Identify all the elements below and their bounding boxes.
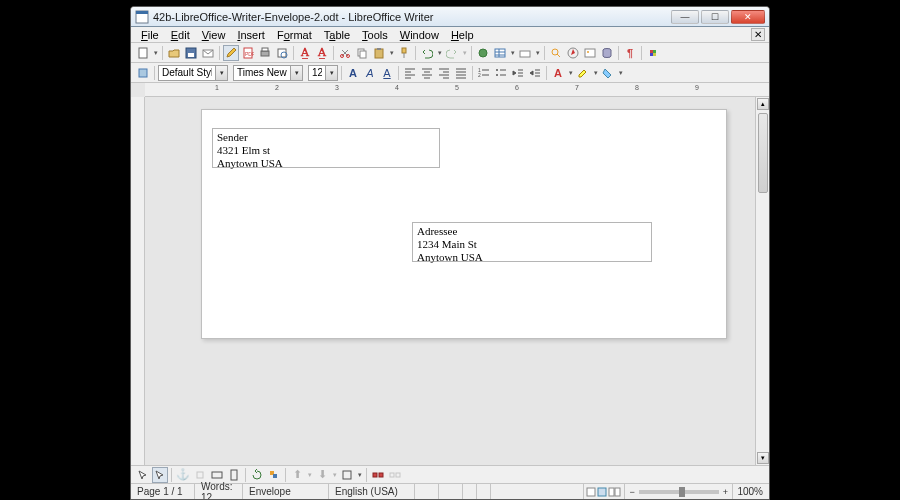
menu-file[interactable]: File xyxy=(135,29,165,41)
font-size-input[interactable] xyxy=(309,66,325,80)
gallery-button[interactable] xyxy=(582,45,598,61)
find-button[interactable] xyxy=(548,45,564,61)
align-left-button[interactable] xyxy=(402,65,418,81)
zoom-handle[interactable] xyxy=(679,487,685,497)
highlight-button[interactable] xyxy=(575,65,591,81)
menu-window[interactable]: Window xyxy=(394,29,445,41)
spellcheck-button[interactable]: A̲ xyxy=(297,45,313,61)
status-language[interactable]: English (USA) xyxy=(329,484,415,499)
font-name-dropdown[interactable]: ▾ xyxy=(290,66,302,80)
undo-dropdown[interactable]: ▾ xyxy=(436,49,443,57)
font-name-combo[interactable]: ▾ xyxy=(233,65,303,81)
status-page[interactable]: Page 1 / 1 xyxy=(131,484,195,499)
show-draw-dropdown[interactable]: ▾ xyxy=(534,49,541,57)
status-zoom-value[interactable]: 100% xyxy=(733,484,769,499)
print-button[interactable] xyxy=(257,45,273,61)
to-background-button[interactable]: ⬇ xyxy=(314,467,330,483)
borders-button[interactable] xyxy=(339,467,355,483)
document-canvas[interactable]: Sender 4321 Elm st Anytown USA Adressee … xyxy=(145,97,755,465)
menu-format[interactable]: Format xyxy=(271,29,318,41)
close-document-button[interactable]: ✕ xyxy=(751,28,765,41)
show-draw-button[interactable] xyxy=(517,45,533,61)
menu-help[interactable]: Help xyxy=(445,29,480,41)
menu-insert[interactable]: Insert xyxy=(231,29,271,41)
italic-button[interactable]: A xyxy=(362,65,378,81)
status-selection-mode[interactable] xyxy=(439,484,463,499)
align-objects-button[interactable] xyxy=(266,467,282,483)
nonprinting-chars-button[interactable]: ¶ xyxy=(622,45,638,61)
email-button[interactable] xyxy=(200,45,216,61)
vertical-scrollbar[interactable]: ▴ ▾ xyxy=(755,97,769,465)
background-dropdown[interactable]: ▾ xyxy=(617,69,624,77)
status-words[interactable]: Words: 12 xyxy=(195,484,243,499)
scroll-thumb[interactable] xyxy=(758,113,768,193)
background-color-button[interactable] xyxy=(600,65,616,81)
paragraph-style-combo[interactable]: ▾ xyxy=(158,65,228,81)
status-insert-mode[interactable] xyxy=(415,484,439,499)
data-sources-button[interactable] xyxy=(599,45,615,61)
decrease-indent-button[interactable] xyxy=(510,65,526,81)
align-right-button[interactable] xyxy=(436,65,452,81)
vertical-ruler[interactable] xyxy=(131,97,145,465)
fg-dropdown[interactable]: ▾ xyxy=(306,471,313,479)
menu-tools[interactable]: Tools xyxy=(356,29,394,41)
close-button[interactable]: ✕ xyxy=(731,10,765,24)
navigator-button[interactable] xyxy=(565,45,581,61)
select-tool2-button[interactable] xyxy=(152,467,168,483)
new-button[interactable] xyxy=(135,45,151,61)
styles-button[interactable] xyxy=(135,65,151,81)
status-modified[interactable] xyxy=(463,484,477,499)
maximize-button[interactable]: ☐ xyxy=(701,10,729,24)
increase-indent-button[interactable] xyxy=(527,65,543,81)
help-button[interactable] xyxy=(645,45,661,61)
scroll-up-button[interactable]: ▴ xyxy=(757,98,769,110)
font-size-combo[interactable]: ▾ xyxy=(308,65,338,81)
borders-dropdown[interactable]: ▾ xyxy=(356,471,363,479)
table-dropdown[interactable]: ▾ xyxy=(509,49,516,57)
paragraph-style-input[interactable] xyxy=(159,66,215,80)
menu-table[interactable]: Table xyxy=(318,29,356,41)
minimize-button[interactable]: — xyxy=(671,10,699,24)
to-foreground-button[interactable]: ⬆ xyxy=(289,467,305,483)
status-view-layout[interactable] xyxy=(584,484,625,499)
table-button[interactable] xyxy=(492,45,508,61)
bullets-button[interactable] xyxy=(493,65,509,81)
scroll-down-button[interactable]: ▾ xyxy=(757,452,769,464)
rotate-button[interactable] xyxy=(249,467,265,483)
status-zoom-slider[interactable]: − + xyxy=(625,484,733,499)
menu-view[interactable]: View xyxy=(196,29,232,41)
horizontal-ruler[interactable]: 1 2 3 4 5 6 7 8 9 xyxy=(145,83,769,97)
format-paintbrush-button[interactable] xyxy=(396,45,412,61)
autospell-button[interactable]: A̲ xyxy=(314,45,330,61)
unlink-frames-button[interactable] xyxy=(387,467,403,483)
underline-button[interactable]: A xyxy=(379,65,395,81)
sender-frame[interactable]: Sender 4321 Elm st Anytown USA xyxy=(212,128,440,168)
object-anchor-button[interactable]: ⚓ xyxy=(175,467,191,483)
font-color-dropdown[interactable]: ▾ xyxy=(567,69,574,77)
copy-button[interactable] xyxy=(354,45,370,61)
hyperlink-button[interactable] xyxy=(475,45,491,61)
undo-button[interactable] xyxy=(419,45,435,61)
status-page-style[interactable]: Envelope xyxy=(243,484,329,499)
font-color-button[interactable]: A xyxy=(550,65,566,81)
status-signature[interactable] xyxy=(477,484,491,499)
cut-button[interactable] xyxy=(337,45,353,61)
select-tool-button[interactable] xyxy=(135,467,151,483)
align-center-button[interactable] xyxy=(419,65,435,81)
print-preview-button[interactable] xyxy=(274,45,290,61)
bold-button[interactable]: A xyxy=(345,65,361,81)
wrap-button[interactable] xyxy=(192,467,208,483)
link-frames-button[interactable] xyxy=(370,467,386,483)
redo-dropdown[interactable]: ▾ xyxy=(461,49,468,57)
numbering-button[interactable]: 12 xyxy=(476,65,492,81)
export-pdf-button[interactable]: PDF xyxy=(240,45,256,61)
envelope-page[interactable]: Sender 4321 Elm st Anytown USA Adressee … xyxy=(201,109,727,339)
paste-button[interactable] xyxy=(371,45,387,61)
edit-mode-button[interactable] xyxy=(223,45,239,61)
new-dropdown[interactable]: ▾ xyxy=(152,49,159,57)
addressee-frame[interactable]: Adressee 1234 Main St Anytown USA xyxy=(412,222,652,262)
paste-dropdown[interactable]: ▾ xyxy=(388,49,395,57)
menu-edit[interactable]: Edit xyxy=(165,29,196,41)
font-size-dropdown[interactable]: ▾ xyxy=(325,66,337,80)
paragraph-style-dropdown[interactable]: ▾ xyxy=(215,66,227,80)
